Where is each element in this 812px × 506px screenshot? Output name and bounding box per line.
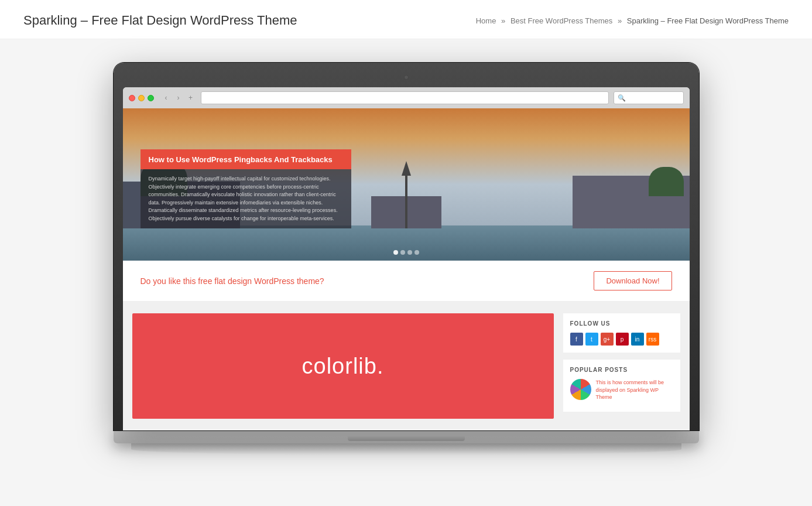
back-button[interactable]: ‹ [161, 93, 172, 103]
new-tab-button[interactable]: + [186, 93, 196, 103]
download-button[interactable]: Download Now! [594, 271, 671, 290]
googleplus-icon[interactable]: g+ [601, 333, 614, 346]
content-area: colorlib. FOLLOW US f [123, 302, 690, 430]
cta-text: Do you like this free flat design WordPr… [141, 276, 324, 286]
slider-dot-3[interactable] [407, 250, 412, 255]
browser-chrome: ‹ › + 🔍 [123, 87, 690, 430]
breadcrumb-parent[interactable]: Best Free WordPress Themes [511, 16, 612, 25]
laptop-shadow [131, 443, 681, 455]
laptop-base [114, 430, 699, 443]
hero-slider: How to Use WordPress Pingbacks And Track… [123, 108, 690, 261]
cathedral-spire [405, 176, 407, 228]
breadcrumb-sep1: » [501, 16, 505, 25]
slider-dot-2[interactable] [400, 250, 405, 255]
cta-bar: Do you like this free flat design WordPr… [123, 261, 690, 302]
laptop-wrapper: ‹ › + 🔍 [114, 63, 699, 455]
close-button[interactable] [129, 95, 135, 101]
forward-button[interactable]: › [173, 93, 184, 103]
popular-posts-section: POPULAR POSTS This is how comments will … [563, 360, 680, 412]
slider-dot-1[interactable] [393, 250, 398, 255]
follow-us-heading: FOLLOW US [570, 320, 673, 327]
hero-body: Dynamically target high-payoff intellect… [149, 175, 343, 223]
sidebar: FOLLOW US f t g+ p in rss [563, 313, 680, 419]
hero-water [123, 225, 690, 261]
browser-nav: ‹ › + [161, 93, 196, 103]
popular-post-title[interactable]: This is how comments will be displayed o… [596, 379, 673, 401]
pinterest-icon[interactable]: p [616, 333, 629, 346]
right-trees [649, 167, 684, 196]
browser-traffic-lights [129, 95, 154, 101]
follow-us-section: FOLLOW US f t g+ p in rss [563, 313, 680, 353]
popular-posts-heading: POPULAR POSTS [570, 367, 673, 373]
colorlib-card: colorlib. [132, 313, 554, 419]
browser-toolbar: ‹ › + 🔍 [123, 87, 690, 108]
hero-title: How to Use WordPress Pingbacks And Track… [149, 155, 333, 164]
laptop-hinge [348, 436, 465, 441]
colorlib-logo-text: colorlib. [302, 354, 384, 378]
page-title: Sparkling – Free Flat Design WordPress T… [23, 13, 297, 28]
linkedin-icon[interactable]: in [631, 333, 644, 346]
search-icon: 🔍 [618, 94, 626, 102]
browser-content: How to Use WordPress Pingbacks And Track… [123, 108, 690, 430]
popular-post-item: This is how comments will be displayed o… [570, 379, 673, 401]
social-icons-list: f t g+ p in rss [570, 333, 673, 346]
main-content: ‹ › + 🔍 [0, 39, 812, 478]
laptop-outer: ‹ › + 🔍 [114, 63, 699, 430]
facebook-icon[interactable]: f [570, 333, 583, 346]
maximize-button[interactable] [148, 95, 154, 101]
breadcrumb-sep2: » [618, 16, 622, 25]
breadcrumb: Home » Best Free WordPress Themes » Spar… [476, 16, 789, 25]
hero-body-box: Dynamically target high-payoff intellect… [141, 169, 351, 228]
colorlib-logo: colorlib. [302, 354, 384, 379]
breadcrumb-home[interactable]: Home [476, 16, 496, 25]
slider-dots [393, 250, 419, 255]
page-header: Sparkling – Free Flat Design WordPress T… [0, 0, 812, 39]
popular-post-thumbnail [570, 379, 591, 400]
breadcrumb-current: Sparkling – Free Flat Design WordPress T… [627, 16, 789, 25]
camera-bar [123, 72, 690, 83]
laptop-camera [404, 75, 409, 80]
minimize-button[interactable] [138, 95, 145, 101]
rss-icon[interactable]: rss [646, 333, 659, 346]
hero-title-box: How to Use WordPress Pingbacks And Track… [141, 149, 351, 169]
hero-overlay: How to Use WordPress Pingbacks And Track… [141, 149, 351, 228]
search-bar[interactable]: 🔍 [614, 91, 684, 104]
address-bar[interactable] [201, 91, 609, 104]
slider-dot-4[interactable] [414, 250, 419, 255]
twitter-icon[interactable]: t [585, 333, 598, 346]
blog-main: colorlib. [132, 313, 554, 419]
